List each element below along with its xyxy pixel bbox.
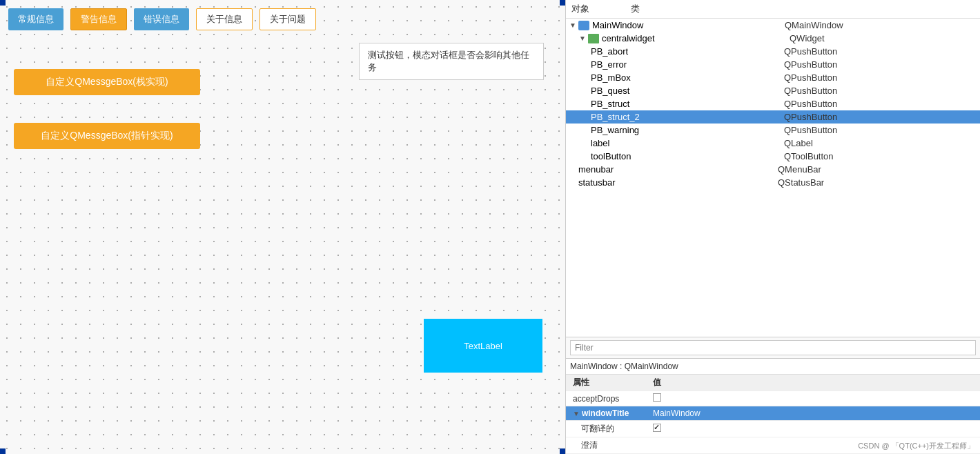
resize-handle-bl[interactable] — [0, 448, 6, 454]
tree-item-pb-warning[interactable]: PB_warning QPushButton — [566, 124, 980, 137]
tree-item-centralwidget[interactable]: ▼ centralwidget QWidget — [566, 32, 980, 45]
tree-item-name-pb-quest: PB_quest — [591, 86, 784, 96]
tree-item-pb-abort[interactable]: PB_abort QPushButton — [566, 45, 980, 58]
test-label: 测试按钮，模态对话框是否会影响其他任务 — [359, 43, 544, 80]
check-mark: ✓ — [654, 423, 660, 432]
prop-row-translatable[interactable]: 可翻译的 ✓ — [566, 421, 980, 437]
custom-btn-pointer[interactable]: 自定义QMessgeBox(指针实现) — [14, 123, 200, 149]
prop-name-windowtitle: ▼windowTitle — [566, 406, 649, 421]
tree-header-object: 对象 — [571, 3, 589, 15]
tree-item-class-toolbutton: QToolButton — [784, 151, 977, 161]
tree-item-pb-mbox[interactable]: PB_mBox QPushButton — [566, 71, 980, 84]
tree-item-pb-struct-2[interactable]: PB_struct_2 QPushButton — [566, 110, 980, 124]
footer: CSDN @ 「QT(C++)开发工程师」 — [858, 441, 974, 451]
btn-about-info[interactable]: 关于信息 — [196, 8, 253, 30]
text-label-content: TextLabel — [464, 341, 502, 351]
tree-item-name-menubar: menubar — [578, 164, 778, 175]
tree-item-name-centralwidget: centralwidget — [602, 33, 790, 43]
tree-item-class-pb-quest: QPushButton — [784, 86, 977, 96]
tree-item-class-label: QLabel — [784, 138, 977, 148]
tree-header: 对象 类 — [566, 0, 980, 19]
tree-item-name-statusbar: statusbar — [578, 177, 778, 188]
properties-panel: 对象 类 ▼ MainWindow QMainWindow ▼ centralw… — [566, 0, 980, 454]
filter-input[interactable] — [570, 340, 976, 355]
tree-item-class-pb-error: QPushButton — [784, 59, 977, 70]
icon-centralwidget — [588, 34, 599, 43]
footer-text: CSDN @ 「QT(C++)开发工程师」 — [858, 442, 974, 450]
expand-icon-centralwidget[interactable]: ▼ — [578, 34, 587, 43]
filter-bar — [566, 337, 980, 359]
tree-item-name-label: label — [591, 138, 784, 148]
tree-item-name-pb-struct: PB_struct — [591, 99, 784, 109]
object-tree[interactable]: ▼ MainWindow QMainWindow ▼ centralwidget… — [566, 19, 980, 337]
tree-item-class-pb-struct-2: QPushButton — [784, 112, 977, 122]
props-context-label: MainWindow : QMainWindow — [566, 359, 980, 375]
tree-item-class-statusbar: QStatusBar — [778, 177, 977, 188]
prop-value-translatable[interactable]: ✓ — [649, 421, 980, 437]
tree-item-class-pb-mbox: QPushButton — [784, 72, 977, 83]
resize-handle-tl[interactable] — [0, 0, 6, 6]
tree-item-pb-struct[interactable]: PB_struct QPushButton — [566, 97, 980, 110]
tree-item-label[interactable]: label QLabel — [566, 137, 980, 150]
custom-btn-stack[interactable]: 自定义QMessgeBox(栈实现) — [14, 69, 200, 95]
tree-item-class-pb-abort: QPushButton — [784, 46, 977, 57]
tree-item-class-mainwindow: QMainWindow — [785, 20, 977, 30]
tree-item-name-toolbutton: toolButton — [591, 151, 784, 161]
tree-item-mainwindow[interactable]: ▼ MainWindow QMainWindow — [566, 19, 980, 32]
tree-item-statusbar[interactable]: statusbar QStatusBar — [566, 176, 980, 189]
expand-icon-mainwindow[interactable]: ▼ — [569, 21, 577, 30]
btn-error[interactable]: 错误信息 — [134, 8, 189, 30]
tree-item-pb-error[interactable]: PB_error QPushButton — [566, 58, 980, 71]
checkbox-translatable[interactable]: ✓ — [653, 424, 661, 432]
tree-item-name-pb-abort: PB_abort — [591, 46, 784, 57]
tree-item-pb-quest[interactable]: PB_quest QPushButton — [566, 84, 980, 97]
tree-item-name-pb-mbox: PB_mBox — [591, 72, 784, 83]
resize-handle-br[interactable] — [560, 448, 565, 454]
btn-normal[interactable]: 常规信息 — [8, 8, 63, 30]
btn-warning[interactable]: 警告信息 — [70, 8, 127, 30]
prop-name-translatable: 可翻译的 — [566, 421, 649, 437]
expand-arrow-windowtitle: ▼ — [573, 410, 580, 417]
tree-item-menubar[interactable]: menubar QMenuBar — [566, 163, 980, 176]
tree-item-toolbutton[interactable]: toolButton QToolButton — [566, 150, 980, 163]
tree-item-class-centralwidget: QWidget — [790, 33, 977, 43]
props-header-name: 属性 — [566, 375, 649, 391]
prop-value-windowtitle[interactable]: MainWindow — [649, 406, 980, 421]
text-label-widget[interactable]: TextLabel — [424, 319, 542, 373]
tree-header-class: 类 — [631, 3, 640, 15]
prop-name-acceptdrops: acceptDrops — [566, 391, 649, 406]
checkbox-acceptdrops[interactable] — [653, 393, 661, 402]
top-button-bar: 常规信息 警告信息 错误信息 关于信息 关于问题 — [8, 8, 316, 30]
prop-row-windowtitle[interactable]: ▼windowTitle MainWindow — [566, 406, 980, 421]
icon-mainwindow — [578, 21, 589, 30]
props-context-text: MainWindow : QMainWindow — [570, 362, 678, 371]
tree-item-class-pb-warning: QPushButton — [784, 125, 977, 135]
tree-item-class-menubar: QMenuBar — [778, 164, 977, 175]
prop-name-clarify: 澄清 — [566, 437, 649, 454]
test-label-text: 测试按钮，模态对话框是否会影响其他任务 — [368, 50, 529, 72]
qt-designer-canvas: 常规信息 警告信息 错误信息 关于信息 关于问题 测试按钮，模态对话框是否会影响… — [0, 0, 566, 454]
tree-item-class-pb-struct: QPushButton — [784, 99, 977, 109]
resize-handle-tr[interactable] — [560, 0, 565, 6]
btn-about-issue[interactable]: 关于问题 — [259, 8, 316, 30]
prop-row-acceptdrops[interactable]: acceptDrops — [566, 391, 980, 406]
props-header-value: 值 — [649, 375, 980, 391]
tree-item-name-pb-error: PB_error — [591, 59, 784, 70]
tree-item-name-pb-warning: PB_warning — [591, 125, 784, 135]
prop-value-acceptdrops[interactable] — [649, 391, 980, 406]
tree-item-name-pb-struct-2: PB_struct_2 — [591, 112, 784, 122]
tree-item-name-mainwindow: MainWindow — [592, 20, 785, 30]
